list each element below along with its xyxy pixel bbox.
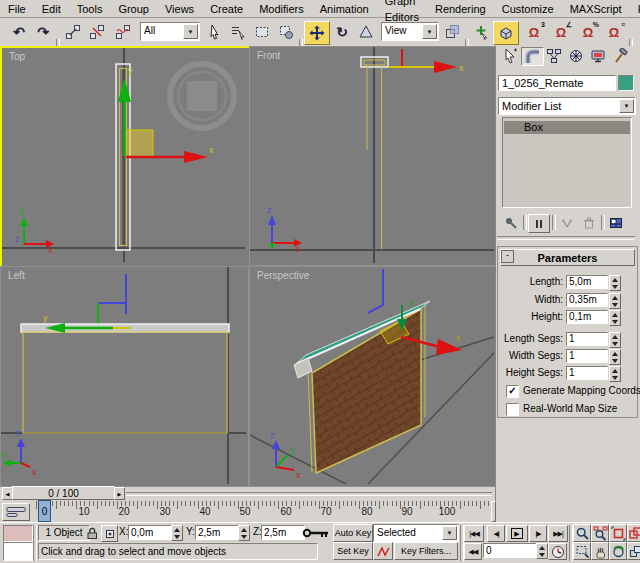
- pan-view-button[interactable]: [591, 542, 609, 560]
- time-slider-track[interactable]: ◀ 0 / 100 ▶: [0, 485, 495, 500]
- length-spinner[interactable]: [609, 275, 621, 291]
- absolute-mode-transform-toggle[interactable]: [101, 525, 118, 542]
- menu-item-maxscript[interactable]: MAXScript: [562, 1, 630, 17]
- macro-recorder-pane[interactable]: [3, 525, 33, 542]
- listener-splitter[interactable]: [33, 525, 37, 561]
- menu-item-views[interactable]: Views: [157, 1, 202, 17]
- height-field[interactable]: 0,1m: [566, 310, 608, 324]
- viewport-front[interactable]: x z x Front: [249, 46, 497, 266]
- menu-item-customize[interactable]: Customize: [494, 1, 562, 17]
- bind-to-space-warp-button[interactable]: [112, 21, 134, 43]
- remove-modifier-button[interactable]: [579, 214, 599, 231]
- maxscript-mini-listener[interactable]: [3, 542, 33, 561]
- show-end-result-button[interactable]: [528, 214, 550, 233]
- go-to-end-button[interactable]: ▶▶|: [548, 525, 568, 542]
- viewport-top[interactable]: y x y x z Top: [0, 46, 251, 268]
- go-to-start-button[interactable]: |◀◀: [464, 525, 484, 542]
- viewport-label-left[interactable]: Left: [8, 270, 25, 281]
- width-segs-field[interactable]: 1: [566, 349, 608, 363]
- y-spinner[interactable]: [238, 525, 250, 541]
- select-and-scale-button[interactable]: [355, 21, 377, 43]
- zoom-extents-all-button[interactable]: [627, 524, 640, 542]
- move-gizmo-left[interactable]: [98, 274, 126, 327]
- menu-item-animation[interactable]: Animation: [312, 1, 377, 17]
- selection-lock-toggle[interactable]: [85, 525, 99, 540]
- width-spinner[interactable]: [609, 293, 621, 309]
- menu-item-create[interactable]: Create: [202, 1, 251, 17]
- tab-display[interactable]: [587, 47, 608, 64]
- rectangular-selection-region-button[interactable]: [251, 21, 273, 43]
- key-filters-button[interactable]: Key Filters...: [394, 542, 458, 560]
- frame-indicator[interactable]: 0: [38, 500, 51, 522]
- selection-set-dropdown[interactable]: Selected ▼: [373, 524, 459, 542]
- viewport-perspective[interactable]: x y z y x Perspective: [249, 266, 497, 487]
- snaps-toggle-3d-button[interactable]: Ω 3: [523, 21, 545, 43]
- select-object-button[interactable]: [204, 21, 226, 43]
- redo-button[interactable]: ↷: [32, 21, 54, 43]
- length-field[interactable]: 5,0m: [566, 275, 608, 289]
- wall-object-left-view[interactable]: [21, 324, 229, 433]
- menu-item-tools[interactable]: Tools: [69, 1, 111, 17]
- frame-spinner[interactable]: [536, 543, 548, 559]
- use-pivot-point-center-button[interactable]: [441, 21, 463, 43]
- parameters-rollout-header[interactable]: Parameters: [500, 249, 635, 266]
- play-animation-button[interactable]: ▶: [506, 525, 528, 542]
- track-bar[interactable]: 0 10 20 30 40 50 60 70 80 90 100: [0, 500, 495, 523]
- height-segs-field[interactable]: 1: [566, 366, 608, 380]
- width-segs-spinner[interactable]: [609, 349, 621, 365]
- wall-object-perspective[interactable]: [294, 301, 430, 473]
- generate-mapping-checkbox[interactable]: ✓: [506, 385, 519, 398]
- mini-curve-editor-button[interactable]: [2, 503, 30, 521]
- chevron-down-icon[interactable]: ▼: [183, 24, 198, 39]
- menu-item-help[interactable]: Help: [630, 1, 640, 17]
- menu-item-edit[interactable]: Edit: [34, 1, 69, 17]
- tab-utilities[interactable]: [609, 47, 630, 64]
- viewport-label-perspective[interactable]: Perspective: [257, 270, 309, 281]
- height-spinner[interactable]: [609, 310, 621, 326]
- tab-modify[interactable]: [521, 47, 544, 66]
- tab-hierarchy[interactable]: [543, 47, 564, 64]
- snaps-toggle-button[interactable]: [493, 21, 519, 45]
- time-slider-channel[interactable]: [126, 492, 492, 496]
- select-and-manipulate-button[interactable]: [470, 21, 492, 43]
- height-segs-spinner[interactable]: [609, 366, 621, 382]
- time-slider-button[interactable]: 0 / 100: [12, 486, 115, 500]
- menu-item-group[interactable]: Group: [110, 1, 157, 17]
- modifier-list-dropdown[interactable]: Modifier List ▼: [498, 97, 636, 115]
- modifier-stack-item-box[interactable]: Box: [504, 121, 630, 134]
- angle-snap-toggle-button[interactable]: Ω ∠: [550, 21, 572, 43]
- min-max-toggle-button[interactable]: [627, 542, 640, 560]
- auto-key-button[interactable]: Auto Key: [333, 524, 373, 542]
- select-and-move-button[interactable]: [304, 21, 330, 45]
- object-color-swatch[interactable]: [618, 75, 634, 91]
- menu-item-file[interactable]: File: [0, 1, 34, 17]
- object-name-field[interactable]: 1_0256_Remate: [498, 75, 616, 91]
- set-key-button[interactable]: Set Key: [333, 542, 373, 560]
- configure-modifier-sets-button[interactable]: [606, 214, 626, 231]
- previous-frame-button[interactable]: ◀|: [487, 525, 505, 542]
- length-segs-field[interactable]: 1: [566, 332, 608, 346]
- move-gizmo-top[interactable]: y x: [118, 66, 214, 163]
- chevron-down-icon[interactable]: ▼: [442, 526, 457, 540]
- modifier-stack-list[interactable]: Box: [502, 117, 632, 208]
- tab-create[interactable]: [499, 47, 520, 64]
- unlink-selection-button[interactable]: [86, 21, 108, 43]
- width-field[interactable]: 0,35m: [566, 293, 608, 307]
- zoom-button[interactable]: [573, 524, 591, 542]
- keyboard-shortcut-override-toggle[interactable]: [302, 526, 330, 539]
- menu-item-rendering[interactable]: Rendering: [427, 1, 494, 17]
- viewport-label-top[interactable]: Top: [9, 51, 25, 62]
- viewport-label-front[interactable]: Front: [257, 50, 280, 61]
- viewport-left[interactable]: y z y x Left: [0, 266, 249, 487]
- move-gizmo-front[interactable]: x: [388, 49, 464, 73]
- x-coordinate-field[interactable]: 0,0m: [128, 525, 174, 540]
- rollout-collapse-icon[interactable]: -: [501, 250, 514, 263]
- pin-stack-button[interactable]: [501, 214, 521, 231]
- time-slider-right-arrow[interactable]: ▶: [114, 487, 125, 500]
- zoom-all-button[interactable]: [591, 524, 609, 542]
- current-frame-field[interactable]: 0: [483, 543, 539, 558]
- region-zoom-button[interactable]: [573, 542, 591, 560]
- x-spinner[interactable]: [171, 525, 183, 541]
- spinner-snap-toggle-button[interactable]: Ω ≡: [603, 21, 625, 43]
- key-mode-toggle-button[interactable]: ◀◀: [464, 543, 482, 560]
